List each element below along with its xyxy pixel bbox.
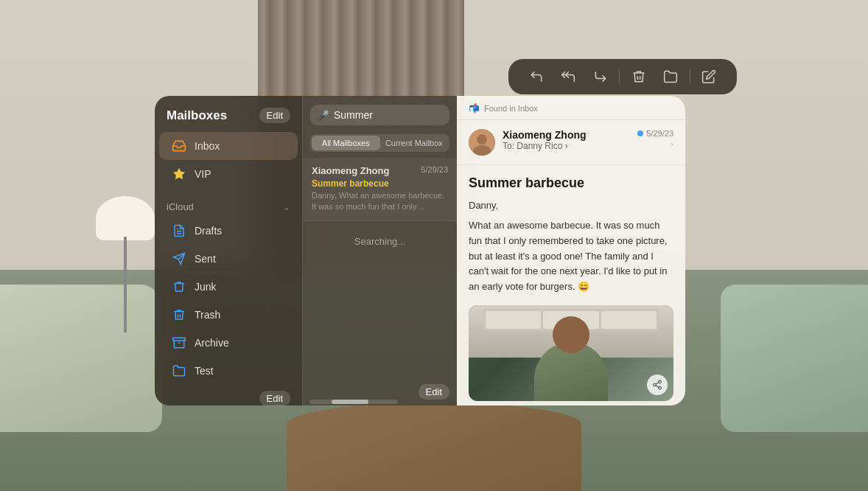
email-subject-line: Summer barbecue — [312, 178, 448, 189]
email-detail-panel: 📬 Found in Inbox Xiaomeng Zhong To: Dann… — [457, 96, 685, 405]
scroll-thumb — [332, 400, 368, 404]
svg-rect-5 — [173, 338, 186, 341]
icloud-chevron-icon: ⌄ — [283, 202, 290, 212]
svg-line-14 — [656, 383, 659, 384]
expand-arrow[interactable]: › — [671, 139, 673, 148]
archive-icon — [171, 335, 187, 351]
junk-label: Junk — [195, 281, 217, 293]
mailboxes-edit-button[interactable]: Edit — [259, 108, 290, 123]
search-list-panel: 🎤 ✕ All Mailboxes Current Mailbox Xiaome… — [302, 96, 457, 405]
forward-button[interactable] — [587, 66, 614, 87]
sidebar-item-archive[interactable]: Archive — [159, 329, 298, 357]
microphone-icon: 🎤 — [318, 110, 329, 121]
svg-point-10 — [659, 380, 662, 383]
search-bar[interactable]: 🎤 ✕ — [310, 105, 449, 125]
list-edit-button[interactable]: Edit — [419, 384, 449, 400]
sidebar-item-drafts[interactable]: Drafts — [159, 217, 298, 245]
email-greeting: Danny, — [469, 200, 673, 211]
test-folder-icon — [171, 363, 187, 379]
svg-point-12 — [659, 386, 662, 389]
sidebar-item-vip[interactable]: VIP — [159, 160, 298, 188]
archive-label: Archive — [195, 337, 229, 349]
email-meta-text: Xiaomeng Zhong To: Danny Rico › — [503, 129, 630, 151]
sidebar-item-trash[interactable]: Trash — [159, 301, 298, 329]
email-subject-title: Summer barbecue — [469, 175, 673, 191]
inbox-label: Inbox — [195, 140, 220, 152]
chair-right — [721, 285, 868, 432]
sidebar-item-junk[interactable]: Junk — [159, 273, 298, 301]
sent-label: Sent — [195, 253, 216, 265]
email-meta: Xiaomeng Zhong To: Danny Rico › 5/29/23 … — [457, 120, 685, 165]
email-body: Summer barbecue Danny, What an awesome b… — [457, 165, 685, 405]
trash-label: Trash — [195, 309, 220, 321]
sidebar-item-inbox[interactable]: Inbox — [159, 132, 298, 160]
sidebar-item-sent[interactable]: Sent — [159, 245, 298, 273]
coffee-table — [287, 403, 581, 491]
compose-button[interactable] — [696, 66, 722, 87]
toolbar-divider-2 — [690, 69, 690, 84]
email-preview: Danny, What an awesome barbecue. It was … — [312, 190, 448, 213]
meta-date-right: 5/29/23 › — [637, 129, 673, 148]
inbox-icon — [171, 138, 187, 154]
email-body-text: What an awesome barbecue. It was so much… — [469, 218, 673, 295]
search-input[interactable] — [334, 109, 463, 121]
sender-avatar — [469, 129, 495, 156]
drafts-icon — [171, 223, 187, 239]
svg-point-8 — [477, 134, 487, 144]
reply-button[interactable] — [523, 66, 550, 87]
mailboxes-footer: Edit — [155, 385, 302, 412]
email-image — [469, 305, 673, 401]
delete-button[interactable] — [626, 66, 652, 87]
sidebar-item-test[interactable]: Test — [159, 357, 298, 385]
unread-dot — [637, 130, 643, 136]
main-ui: Mailboxes Edit Inbox VIP iCloud ⌄ — [155, 96, 685, 405]
mailboxes-title: Mailboxes — [167, 108, 227, 123]
meta-sender-name: Xiaomeng Zhong — [503, 129, 630, 141]
person-silhouette — [512, 320, 630, 401]
svg-marker-0 — [174, 169, 185, 179]
mailboxes-panel: Mailboxes Edit Inbox VIP iCloud ⌄ — [155, 96, 302, 405]
reply-all-button[interactable] — [555, 66, 581, 87]
email-list-item[interactable]: Xiaomeng Zhong 5/29/23 Summer barbecue D… — [303, 158, 457, 221]
sent-icon — [171, 251, 187, 267]
trash-icon — [171, 307, 187, 323]
searching-indicator: Searching... — [303, 221, 457, 262]
lamp — [96, 196, 155, 344]
move-to-folder-button[interactable] — [657, 66, 684, 87]
email-date: 5/29/23 — [421, 165, 448, 176]
test-label: Test — [195, 365, 214, 377]
drafts-label: Drafts — [195, 225, 222, 237]
meta-date: 5/29/23 — [637, 129, 673, 138]
detail-header-bar: 📬 Found in Inbox — [457, 96, 685, 120]
email-sender: Xiaomeng Zhong — [312, 165, 389, 176]
found-in-label: Found in Inbox — [484, 104, 538, 113]
image-share-button[interactable] — [647, 375, 668, 395]
tab-current-mailbox[interactable]: Current Mailbox — [380, 136, 449, 150]
email-item-header: Xiaomeng Zhong 5/29/23 — [312, 165, 448, 176]
icloud-section-header: iCloud ⌄ — [155, 194, 302, 217]
email-toolbar — [508, 59, 737, 94]
junk-icon — [171, 279, 187, 295]
vip-icon — [171, 166, 187, 182]
svg-line-13 — [656, 386, 659, 387]
mailboxes-footer-edit-button[interactable]: Edit — [259, 391, 290, 406]
tab-all-mailboxes[interactable]: All Mailboxes — [312, 136, 380, 150]
scroll-indicator — [309, 400, 398, 404]
vip-label: VIP — [195, 168, 211, 180]
meta-to: To: Danny Rico › — [503, 141, 630, 151]
filter-tabs: All Mailboxes Current Mailbox — [310, 134, 449, 152]
svg-point-11 — [654, 383, 657, 386]
toolbar-divider — [619, 69, 620, 84]
mailboxes-header: Mailboxes Edit — [155, 108, 302, 132]
mailbox-icon-small: 📬 — [469, 103, 480, 114]
